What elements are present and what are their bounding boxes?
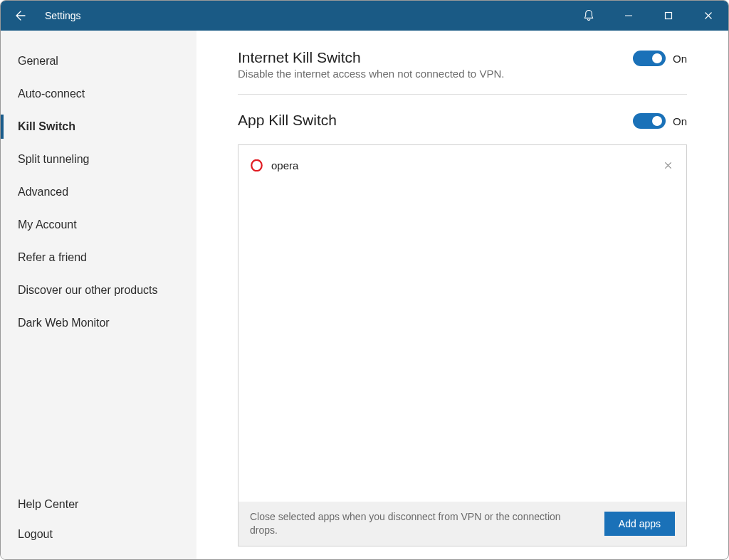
app-footer-text: Close selected apps when you disconnect … xyxy=(250,510,590,537)
sidebar-item-general[interactable]: General xyxy=(1,45,196,78)
svg-rect-1 xyxy=(666,13,672,19)
svg-point-2 xyxy=(251,159,261,170)
bell-icon xyxy=(583,9,594,22)
sidebar-bottom: Help Center Logout xyxy=(1,490,196,549)
internet-kill-switch-description: Disable the internet access when not con… xyxy=(238,68,504,80)
sidebar-item-label: Kill Switch xyxy=(18,120,75,133)
sidebar-item-label: Split tunneling xyxy=(18,153,90,166)
internet-kill-switch-row: Internet Kill Switch Disable the interne… xyxy=(238,49,687,80)
app-list-footer: Close selected apps when you disconnect … xyxy=(238,502,686,546)
sidebar-item-label: General xyxy=(18,55,58,68)
sidebar-item-label: My Account xyxy=(18,218,77,231)
close-icon xyxy=(704,11,713,20)
sidebar-item-label: Dark Web Monitor xyxy=(18,317,110,329)
sidebar-item-refer-friend[interactable]: Refer a friend xyxy=(1,241,196,274)
app-name: opera xyxy=(271,159,652,171)
app-row: opera xyxy=(250,155,675,175)
internet-kill-switch-toggle[interactable] xyxy=(633,51,666,66)
minimize-button[interactable] xyxy=(609,1,649,31)
sidebar: General Auto-connect Kill Switch Split t… xyxy=(1,31,196,559)
sidebar-item-label: Help Center xyxy=(18,498,78,511)
sidebar-item-discover-products[interactable]: Discover our other products xyxy=(1,274,196,307)
sidebar-item-dark-web-monitor[interactable]: Dark Web Monitor xyxy=(1,307,196,339)
settings-window: Settings xyxy=(0,0,729,560)
sidebar-item-split-tunneling[interactable]: Split tunneling xyxy=(1,143,196,176)
add-apps-button[interactable]: Add apps xyxy=(604,512,675,536)
sidebar-item-advanced[interactable]: Advanced xyxy=(1,176,196,208)
maximize-button[interactable] xyxy=(649,1,688,31)
app-kill-switch-list-box: opera Close selected apps when you disco… xyxy=(238,144,687,546)
opera-icon xyxy=(250,159,263,171)
notifications-button[interactable] xyxy=(569,1,609,31)
app-kill-switch-state-label: On xyxy=(673,115,687,127)
window-body: General Auto-connect Kill Switch Split t… xyxy=(1,31,728,559)
sidebar-item-label: Discover our other products xyxy=(18,284,158,297)
app-remove-button[interactable] xyxy=(661,158,675,172)
divider xyxy=(238,94,687,95)
app-kill-switch-row: App Kill Switch On xyxy=(238,112,687,129)
minimize-icon xyxy=(624,11,633,20)
x-icon xyxy=(664,162,672,169)
window-title: Settings xyxy=(45,10,81,21)
app-kill-switch-title: App Kill Switch xyxy=(238,112,337,129)
sidebar-item-help-center[interactable]: Help Center xyxy=(1,490,196,519)
internet-kill-switch-state-label: On xyxy=(673,53,687,65)
arrow-left-icon xyxy=(15,10,26,21)
sidebar-item-kill-switch[interactable]: Kill Switch xyxy=(1,110,196,143)
internet-kill-switch-title: Internet Kill Switch xyxy=(238,49,504,66)
sidebar-item-logout[interactable]: Logout xyxy=(1,519,196,549)
back-button[interactable] xyxy=(9,4,32,27)
sidebar-item-label: Advanced xyxy=(18,186,68,199)
app-kill-switch-toggle[interactable] xyxy=(633,113,666,129)
sidebar-item-auto-connect[interactable]: Auto-connect xyxy=(1,78,196,110)
sidebar-item-label: Logout xyxy=(18,528,53,541)
app-list: opera xyxy=(238,145,686,502)
title-bar: Settings xyxy=(1,1,728,31)
sidebar-item-label: Refer a friend xyxy=(18,251,87,264)
sidebar-nav: General Auto-connect Kill Switch Split t… xyxy=(1,45,196,490)
close-button[interactable] xyxy=(688,1,728,31)
sidebar-item-my-account[interactable]: My Account xyxy=(1,208,196,241)
sidebar-item-label: Auto-connect xyxy=(18,88,85,100)
content-pane: Internet Kill Switch Disable the interne… xyxy=(196,31,728,559)
maximize-icon xyxy=(664,11,673,20)
